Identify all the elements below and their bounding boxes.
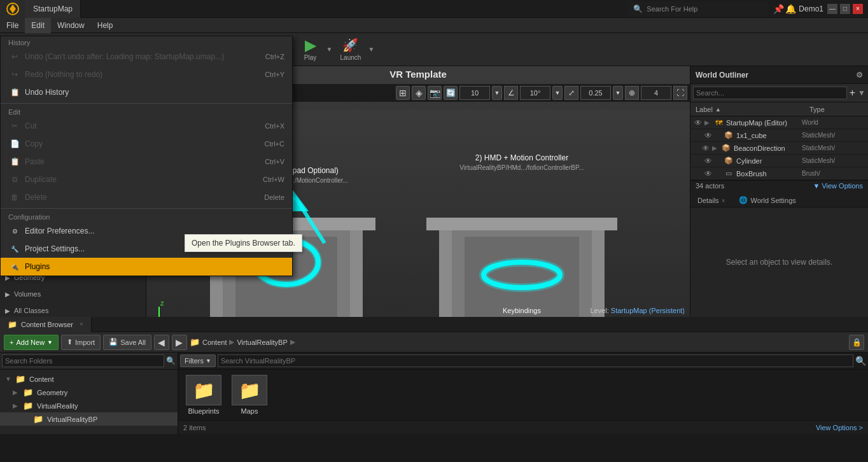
- angle-snap-toggle[interactable]: ∠: [504, 86, 518, 100]
- redo-icon: ↪: [8, 68, 21, 81]
- content-browser-tab-close[interactable]: ×: [80, 321, 83, 328]
- menu-window[interactable]: Window: [51, 18, 91, 33]
- add-new-label: Add New: [16, 339, 45, 346]
- details-tab-close[interactable]: ×: [722, 197, 725, 204]
- folder-content[interactable]: ▼ 📁 Content: [0, 372, 178, 386]
- world-settings-tab[interactable]: 🌐 World Settings: [732, 193, 802, 207]
- app-logo: [0, 0, 25, 18]
- nav-forward-button[interactable]: ▶: [172, 335, 187, 350]
- geometry-folder-icon: 📁: [23, 388, 33, 397]
- save-all-button[interactable]: 💾 Save All: [103, 335, 151, 350]
- level-name[interactable]: StartupMap (Persistent): [611, 307, 685, 314]
- play-dropdown[interactable]: ▼: [325, 34, 334, 65]
- svg-text:Z: Z: [160, 300, 164, 307]
- filters-button[interactable]: Filters ▼: [180, 354, 216, 367]
- maximize-button[interactable]: □: [840, 4, 850, 14]
- items-count: 2 items: [183, 424, 206, 431]
- camera-speed[interactable]: 📷: [428, 86, 442, 100]
- launch-button[interactable]: 🚀 Launch: [335, 34, 367, 65]
- type-icon-3: 📦: [724, 156, 734, 166]
- expand-icon-2[interactable]: ▶: [712, 144, 720, 151]
- asset-blueprints-folder[interactable]: 📁 Blueprints: [183, 375, 224, 415]
- menu-file[interactable]: File: [0, 18, 25, 33]
- folder-geometry[interactable]: ▶ 📁 Geometry: [0, 386, 178, 399]
- paste-item[interactable]: 📋 Paste Ctrl+V: [1, 153, 292, 171]
- add-actor-icon[interactable]: +: [850, 87, 855, 99]
- play-button[interactable]: ▶ Play: [297, 34, 325, 65]
- rotation-snap-toggle[interactable]: 🔄: [444, 86, 458, 100]
- menu-edit[interactable]: Edit: [25, 18, 51, 33]
- settings-icon[interactable]: ▼: [858, 88, 865, 97]
- help-search-label: Search For Help: [647, 5, 697, 13]
- folder-search-input[interactable]: [2, 354, 164, 367]
- minimize-button[interactable]: —: [827, 4, 837, 14]
- camera-layers[interactable]: ⊕: [625, 86, 639, 100]
- col-type[interactable]: Type: [804, 106, 868, 113]
- details-tab[interactable]: Details ×: [690, 193, 732, 207]
- tab-startup-map[interactable]: StartupMap: [25, 0, 81, 18]
- view-options-button[interactable]: View Options >: [816, 424, 863, 431]
- undo-history-item[interactable]: 📋 Undo History: [1, 83, 292, 101]
- duplicate-label: Duplicate: [25, 175, 250, 184]
- grid-size-dropdown[interactable]: ▼: [492, 86, 502, 100]
- duplicate-item[interactable]: ⧉ Duplicate Ctrl+W: [1, 171, 292, 188]
- snap-value[interactable]: 0.25: [580, 86, 611, 100]
- blueprints-folder-name: Blueprints: [188, 407, 220, 415]
- outliner-item-cube[interactable]: 👁 📦 1x1_cube StaticMesh/: [690, 129, 868, 142]
- add-new-button[interactable]: + Add New ▼: [4, 335, 59, 350]
- outliner-search: + ▼: [690, 84, 868, 102]
- snap-dropdown[interactable]: ▼: [613, 86, 623, 100]
- redo-item[interactable]: ↪ Redo (Nothing to redo) Ctrl+Y: [1, 66, 292, 83]
- grid-size-value[interactable]: 10: [459, 86, 490, 100]
- layers-value[interactable]: 4: [641, 86, 671, 100]
- outliner-icon-1: ⚙: [856, 71, 863, 80]
- col-label[interactable]: Label ▲: [690, 106, 804, 113]
- asset-search-input[interactable]: [218, 354, 853, 367]
- outliner-view-options[interactable]: ▼ View Options: [813, 182, 863, 190]
- plugins-item[interactable]: 🔌 Plugins: [1, 258, 292, 276]
- visibility-icon-0[interactable]: 👁: [693, 118, 703, 128]
- breadcrumb-content[interactable]: Content: [202, 339, 227, 346]
- content-browser-tab[interactable]: 📁 Content Browser ×: [0, 317, 92, 332]
- scale-snap-toggle[interactable]: ⤢: [564, 86, 578, 100]
- plugins-label: Plugins: [25, 262, 284, 271]
- details-tab-label: Details: [697, 197, 719, 204]
- item-name-4: BoxBrush: [736, 170, 802, 178]
- lock-button[interactable]: 🔒: [849, 335, 864, 350]
- angle-value[interactable]: 10°: [520, 86, 550, 100]
- config-section-label: Configuration: [1, 211, 292, 222]
- expand-icon-0[interactable]: ▶: [704, 119, 712, 126]
- outliner-item-boxbrush[interactable]: 👁 ▭ BoxBrush Brush/: [690, 167, 868, 180]
- detail-tabs: Details × 🌐 World Settings: [690, 191, 868, 207]
- import-button[interactable]: ⬆ Import: [61, 335, 101, 350]
- add-new-arrow: ▼: [47, 339, 53, 346]
- nav-back-button[interactable]: ◀: [154, 335, 169, 350]
- surface-snapping[interactable]: ◈: [412, 86, 426, 100]
- folder-virtualrealitybp[interactable]: ▶ 📁 VirtualRealityBP: [0, 412, 178, 426]
- grid-toggle[interactable]: ⊞: [396, 86, 410, 100]
- breadcrumb-virtualrealitybp[interactable]: VirtualRealityBP: [237, 339, 287, 346]
- volumes-header[interactable]: ▶ Volumes: [0, 288, 146, 300]
- outliner-item-startupmap[interactable]: 👁 ▶ 🗺 StartupMap (Editor) World: [690, 116, 868, 129]
- cb-folder-tree: 🔍 ▼ 📁 Content ▶ 📁 Geometry ▶: [0, 353, 178, 434]
- angle-dropdown[interactable]: ▼: [552, 86, 563, 100]
- delete-item[interactable]: 🗑 Delete Delete: [1, 188, 292, 206]
- visibility-icon-4[interactable]: 👁: [703, 169, 713, 179]
- undo-item[interactable]: ↩ Undo (Can't undo after: Loading map: S…: [1, 48, 292, 66]
- level-info: Level: StartupMap (Persistent): [590, 307, 685, 314]
- outliner-item-beacon[interactable]: 👁 ▶ 📦 BeaconDirection StaticMesh/: [690, 142, 868, 155]
- visibility-icon-1[interactable]: 👁: [703, 130, 713, 141]
- folder-virtualreality[interactable]: ▶ 📁 VirtualReality: [0, 399, 178, 412]
- maximize-viewport[interactable]: ⛶: [673, 86, 687, 100]
- asset-maps-folder[interactable]: 📁 Maps: [229, 375, 270, 415]
- all-classes-header[interactable]: ▶ All Classes: [0, 305, 146, 316]
- copy-item[interactable]: 📄 Copy Ctrl+C: [1, 135, 292, 153]
- outliner-search-input[interactable]: [693, 87, 847, 99]
- visibility-icon-3[interactable]: 👁: [703, 156, 713, 166]
- cut-item[interactable]: ✂ Cut Ctrl+X: [1, 117, 292, 135]
- menu-help[interactable]: Help: [91, 18, 120, 33]
- launch-dropdown[interactable]: ▼: [367, 34, 375, 65]
- outliner-item-cylinder[interactable]: 👁 📦 Cylinder StaticMesh/: [690, 155, 868, 167]
- close-button[interactable]: ×: [853, 4, 863, 14]
- visibility-icon-2[interactable]: 👁: [701, 143, 711, 153]
